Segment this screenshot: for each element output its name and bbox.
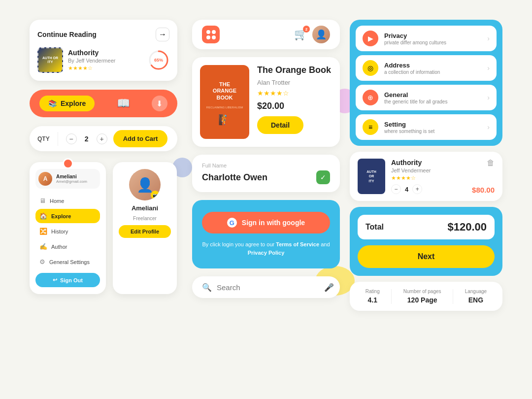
book-rating-stars: ★★★★☆ [257,89,331,97]
microphone-icon[interactable]: 🎤 [324,283,334,292]
general-title: General [384,91,481,99]
settings-item-general[interactable]: ⊕ General the generic title for all grad… [356,85,497,110]
stat-language: Language ENG [465,289,487,304]
sidebar-item-history[interactable]: 🔀 History [35,224,100,238]
sidebar-item-home[interactable]: 🖥 Home [35,194,100,208]
edit-profile-button[interactable]: Edit Profile [119,225,171,238]
sidebar-email: Amel@gmail.com [56,179,87,184]
form-check-badge: ✓ [316,170,330,184]
book-stars: ★★★★☆ [68,65,143,71]
sidebar-avatar: A [38,172,52,186]
chevron-right-icon: › [487,34,490,42]
author-label: Author [51,244,67,250]
cart-qty-decrease[interactable]: − [391,184,401,194]
book-cover-figure: 🧗 [206,114,243,126]
home-icon: 🖥 [39,197,46,204]
explore-bar: 📚 Explore 📖 ⬇ [30,90,177,117]
app-header-bar: 🛒 2 👤 [192,20,340,49]
book-name: Authority [68,49,143,57]
cart-remove-button[interactable]: 🗑 [487,159,495,167]
explore-button[interactable]: 📚 Explore [39,96,95,111]
qty-increase-button[interactable]: + [97,133,107,144]
arrow-icon: → [159,30,166,39]
profile-name: Ameliani [132,204,158,212]
logo-dots [206,30,216,39]
settings-item-address[interactable]: ◎ Address a collection of information › [356,55,497,81]
sidebar-username: Ameliani [56,174,87,179]
book-cover-thumbnail: AUTH OR ITY [37,47,63,73]
search-input[interactable] [217,283,310,292]
header-right: 🛒 2 👤 [294,26,330,43]
qty-cart-row: QTY − 2 + Add to Cart [30,126,177,151]
continue-reading-arrow[interactable]: → [156,28,169,41]
language-label: Language [465,289,487,294]
home-label: Home [50,198,64,204]
sidebar-item-settings[interactable]: ⚙ General Settings [35,255,100,269]
sign-out-button[interactable]: ↩ Sign Out [35,273,100,287]
stat-divider-2 [453,289,453,304]
setting-sub: where something is set [384,129,481,134]
profile-panels-row: A Ameliani Amel@gmail.com 🖥 Home 🏠 Explo… [30,162,177,294]
book-cover-text: THEORANGEBOOK [206,78,243,104]
rating-value: 4.1 [366,296,380,304]
cart-item-name: Authority [391,159,466,166]
logo-dot [206,30,210,34]
book-cover-text: AUTH OR ITY [38,48,62,72]
form-card: Full Name Charlotte Owen ✓ [192,155,340,192]
address-text: Address a collection of information [384,62,481,75]
chevron-right-icon: › [487,64,490,72]
cart-item-info: Authority Jeff Vendermeer ★★★★☆ − 4 + [391,159,466,194]
book-title: The Orange Book [257,65,331,76]
cart-qty-increase[interactable]: + [412,184,422,194]
sidebar-item-explore[interactable]: 🏠 Explore [35,209,100,223]
app-logo-button[interactable] [202,26,220,43]
google-signin-button[interactable]: G Sign in with google [202,212,330,233]
cart-qty-row: − 4 + [391,184,466,194]
settings-item-privacy[interactable]: ▶ Privacy private differ among cultures … [356,26,497,51]
signout-icon: ↩ [53,277,57,283]
book-author: By Jeff Vendermeer [68,58,143,64]
sidebar-item-author[interactable]: ✍ Author [35,239,100,254]
signout-label: Sign Out [60,277,83,283]
book-info: Authority By Jeff Vendermeer ★★★★☆ [68,49,143,71]
history-label: History [51,229,68,234]
cart-item-price: $80.00 [472,186,495,194]
google-signin-label: Sign in with google [242,219,305,227]
logo-dot [206,35,210,39]
signin-card: G Sign in with google By click login you… [192,200,340,268]
cart-icon-button[interactable]: 🛒 2 [294,28,307,41]
detail-button[interactable]: Detail [257,116,303,134]
terms-of-service-link[interactable]: Terms of Service [276,241,319,247]
privacy-policy-link[interactable]: Privacy Policy [248,250,285,256]
download-button[interactable]: ⬇ [152,96,167,111]
settings-label: General Settings [49,259,90,265]
cart-badge: 2 [303,26,310,33]
general-icon: ⊕ [363,90,378,105]
qty-value: 2 [83,135,91,143]
book-cover-subtitle: RECLAIMING LIBERALISM [206,106,243,109]
book-icon: 📖 [117,97,130,110]
profile-role: Freelancer [133,216,157,221]
column-2: 🛒 2 👤 THEORANGEBOOK RECLAIMING LIBERALIS… [187,20,345,311]
qty-decrease-button[interactable]: − [66,133,77,144]
chevron-right-icon: › [487,94,490,101]
setting-text: Setting where something is set [384,121,481,134]
cart-item-author: Jeff Vendermeer [391,167,466,173]
header-avatar[interactable]: 👤 [312,26,330,43]
reading-progress: 65% [148,49,169,71]
column-3: ▶ Privacy private differ among cultures … [345,20,502,311]
settings-item-setting[interactable]: ≡ Setting where something is set › [356,114,497,140]
book-stats-card: Rating 4.1 Number of pages 120 Page Lang… [350,282,502,311]
next-button[interactable]: Next [358,245,495,268]
stat-pages: Number of pages 120 Page [403,289,441,304]
search-bar: 🔍 🎤 [192,276,340,298]
setting-title: Setting [384,121,481,128]
continue-reading-title: Continue Reading [37,31,97,38]
rating-label: Rating [366,289,380,294]
add-to-cart-button[interactable]: Add to Cart [113,130,168,147]
general-text: General the generic title for all grades [384,91,481,104]
pages-value: 120 Page [403,296,441,304]
qty-label: QTY [37,135,50,142]
logo-dot [212,35,216,39]
cart-book-cover: AUTHORITY [358,159,385,194]
